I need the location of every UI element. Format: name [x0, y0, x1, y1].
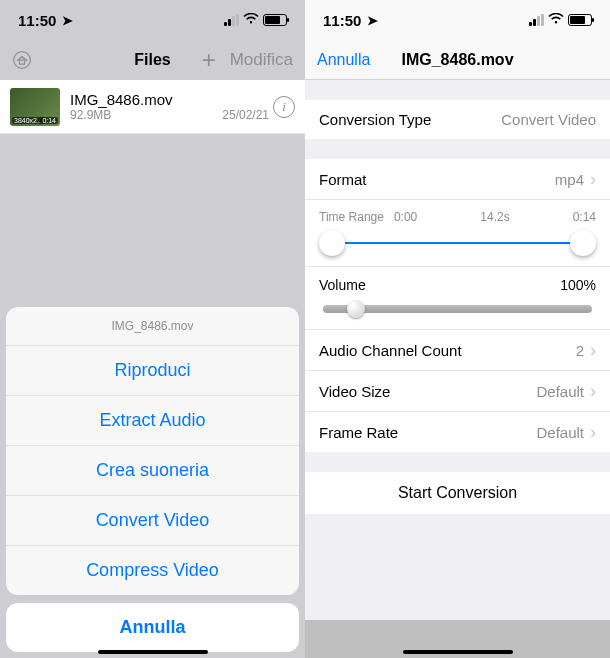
label: Audio Channel Count [319, 342, 462, 359]
status-time: 11:50 [323, 12, 361, 29]
label: Format [319, 171, 367, 188]
volume-slider[interactable] [319, 299, 596, 319]
range-start-knob[interactable] [319, 230, 345, 256]
value: 100% [560, 277, 596, 293]
chevron-right-icon: › [590, 170, 596, 188]
sheet-opt-extract[interactable]: Extract Audio [6, 396, 299, 446]
home-indicator[interactable] [403, 650, 513, 654]
label: Frame Rate [319, 424, 398, 441]
chevron-right-icon: › [590, 423, 596, 441]
cell-audio-channels[interactable]: Audio Channel Count 2› [305, 330, 610, 371]
status-bar: 11:50 ➤ [305, 0, 610, 40]
navbar: Annulla IMG_8486.mov [305, 40, 610, 80]
cell-conversion-type[interactable]: Conversion Type Convert Video [305, 100, 610, 139]
home-indicator[interactable] [98, 650, 208, 654]
sheet-opt-convert[interactable]: Convert Video [6, 496, 299, 546]
range-end-knob[interactable] [570, 230, 596, 256]
screen-convert: 11:50 ➤ Annulla IMG_8486.mov Conversion … [305, 0, 610, 658]
label: Video Size [319, 383, 390, 400]
screen-files: 11:50 ➤ Files + Modifica [0, 0, 305, 658]
wifi-icon [548, 13, 564, 28]
chevron-right-icon: › [590, 382, 596, 400]
label: Conversion Type [319, 111, 431, 128]
chevron-right-icon: › [590, 341, 596, 359]
cancel-button[interactable]: Annulla [317, 51, 370, 69]
sheet-opt-play[interactable]: Riproduci [6, 346, 299, 396]
cell-time-range: Time Range 0:00 14.2s 0:14 [305, 200, 610, 267]
sheet-opt-ringtone[interactable]: Crea suoneria [6, 446, 299, 496]
start-conversion-button[interactable]: Start Conversion [305, 472, 610, 514]
action-sheet: IMG_8486.mov Riproduci Extract Audio Cre… [0, 0, 305, 658]
value: mp4 [555, 171, 584, 188]
time-end: 0:14 [573, 210, 596, 224]
label: Volume [319, 277, 366, 293]
label: Time Range [319, 210, 384, 224]
time-duration: 14.2s [480, 210, 509, 224]
battery-icon [568, 14, 592, 26]
value: Default [536, 424, 584, 441]
sheet-title: IMG_8486.mov [6, 307, 299, 346]
value: Default [536, 383, 584, 400]
volume-knob[interactable] [347, 300, 365, 318]
cell-format[interactable]: Format mp4› [305, 159, 610, 200]
sheet-cancel[interactable]: Annulla [6, 603, 299, 652]
sheet-opt-compress[interactable]: Compress Video [6, 546, 299, 595]
time-start: 0:00 [394, 210, 417, 224]
cell-video-size[interactable]: Video Size Default› [305, 371, 610, 412]
time-range-slider[interactable] [319, 230, 596, 256]
location-icon: ➤ [367, 13, 378, 28]
cell-signal-icon [529, 14, 544, 26]
cell-volume: Volume 100% [305, 267, 610, 330]
value: 2 [576, 342, 584, 359]
value: Convert Video [501, 111, 596, 128]
cell-frame-rate[interactable]: Frame Rate Default› [305, 412, 610, 452]
